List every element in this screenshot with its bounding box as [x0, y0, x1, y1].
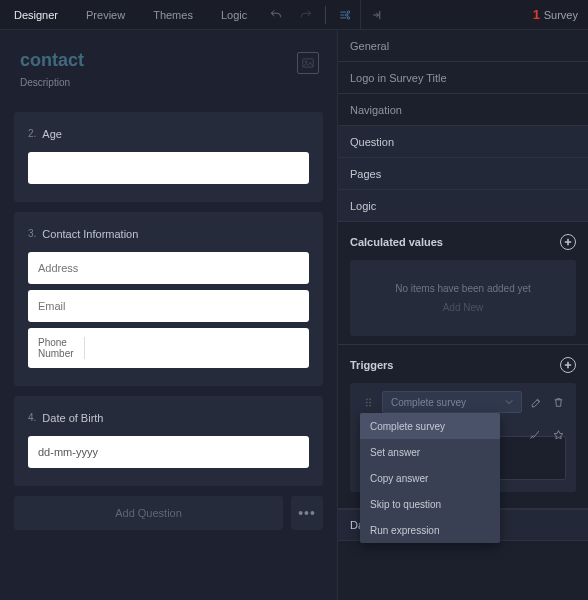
calculated-values-title: Calculated values	[350, 236, 443, 248]
trigger-item: Complete survey E	[350, 383, 576, 492]
svg-point-2	[348, 16, 350, 18]
dropdown-item-copy-answer[interactable]: Copy answer	[360, 465, 500, 491]
annotation-1: 1	[533, 7, 540, 22]
logo-placeholder-icon[interactable]	[297, 52, 319, 74]
survey-description[interactable]: Description	[20, 77, 317, 88]
topbar-right: Survey	[361, 0, 588, 29]
section-logic[interactable]: Logic	[338, 190, 588, 222]
svg-point-6	[369, 398, 370, 399]
svg-point-10	[369, 405, 370, 406]
svg-point-1	[346, 13, 348, 15]
clear-expression-icon[interactable]	[526, 427, 542, 443]
tab-preview[interactable]: Preview	[72, 0, 139, 29]
redo-icon[interactable]	[291, 0, 321, 29]
survey-title[interactable]: contact	[20, 50, 317, 71]
triggers-section: Triggers Complete survey	[338, 345, 588, 509]
question-card-dob[interactable]: 4. Date of Birth	[14, 396, 323, 486]
dropdown-item-set-answer[interactable]: Set answer	[360, 439, 500, 465]
properties-panel: General Logo in Survey Title Navigation …	[338, 30, 588, 600]
add-trigger-button[interactable]	[560, 357, 576, 373]
calculated-values-empty: No items have been added yet Add New	[350, 260, 576, 336]
section-logo[interactable]: Logo in Survey Title	[338, 62, 588, 94]
design-canvas: contact Description 2. Age 3. Contact In…	[0, 30, 338, 600]
svg-point-8	[369, 401, 370, 402]
toolbar-divider	[325, 6, 326, 24]
svg-point-4	[305, 61, 307, 63]
dropdown-item-run-expression[interactable]: Run expression	[360, 517, 500, 543]
svg-point-5	[366, 398, 367, 399]
expression-builder-icon[interactable]	[550, 427, 566, 443]
survey-header[interactable]: contact Description	[14, 40, 323, 102]
question-number: 3.	[28, 228, 36, 240]
delete-trigger-icon[interactable]	[550, 394, 566, 410]
dropdown-item-skip-to-question[interactable]: Skip to question	[360, 491, 500, 517]
question-title[interactable]: Contact Information	[42, 228, 138, 240]
topbar: Designer Preview Themes Logic Survey 1	[0, 0, 588, 30]
dob-input[interactable]	[28, 436, 309, 468]
tab-themes[interactable]: Themes	[139, 0, 207, 29]
undo-icon[interactable]	[261, 0, 291, 29]
question-title[interactable]: Age	[42, 128, 62, 140]
more-options-button[interactable]: •••	[291, 496, 323, 530]
trigger-type-dropdown: Complete survey Set answer Copy answer S…	[360, 413, 500, 543]
section-question[interactable]: Question	[338, 126, 588, 158]
edit-trigger-icon[interactable]	[528, 394, 544, 410]
add-calculated-value-button[interactable]	[560, 234, 576, 250]
add-new-link[interactable]: Add New	[443, 302, 484, 313]
email-input[interactable]	[28, 290, 309, 322]
calculated-values-section: Calculated values No items have been add…	[338, 222, 588, 345]
trigger-type-select[interactable]: Complete survey	[382, 391, 522, 413]
topbar-left: Designer Preview Themes Logic	[0, 0, 361, 29]
settings-icon[interactable]	[330, 0, 360, 29]
empty-message: No items have been added yet	[395, 283, 531, 294]
svg-point-9	[366, 405, 367, 406]
collapse-panel-icon[interactable]	[371, 0, 385, 29]
panel-title: Survey	[544, 9, 578, 21]
triggers-title: Triggers	[350, 359, 393, 371]
section-general[interactable]: General	[338, 30, 588, 62]
question-number: 2.	[28, 128, 36, 140]
question-title[interactable]: Date of Birth	[42, 412, 103, 424]
svg-point-7	[366, 401, 367, 402]
phone-input[interactable]: Phone Number	[28, 328, 309, 368]
section-navigation[interactable]: Navigation	[338, 94, 588, 126]
tab-designer[interactable]: Designer	[0, 0, 72, 29]
add-question-button[interactable]: Add Question	[14, 496, 283, 530]
drag-handle-icon[interactable]	[360, 394, 376, 410]
age-input[interactable]	[28, 152, 309, 184]
address-input[interactable]	[28, 252, 309, 284]
svg-point-0	[348, 10, 350, 12]
dropdown-item-complete-survey[interactable]: Complete survey	[360, 413, 500, 439]
question-number: 4.	[28, 412, 36, 424]
section-pages[interactable]: Pages	[338, 158, 588, 190]
tab-logic[interactable]: Logic	[207, 0, 261, 29]
question-card-contact[interactable]: 3. Contact Information Phone Number	[14, 212, 323, 386]
question-card-age[interactable]: 2. Age	[14, 112, 323, 202]
